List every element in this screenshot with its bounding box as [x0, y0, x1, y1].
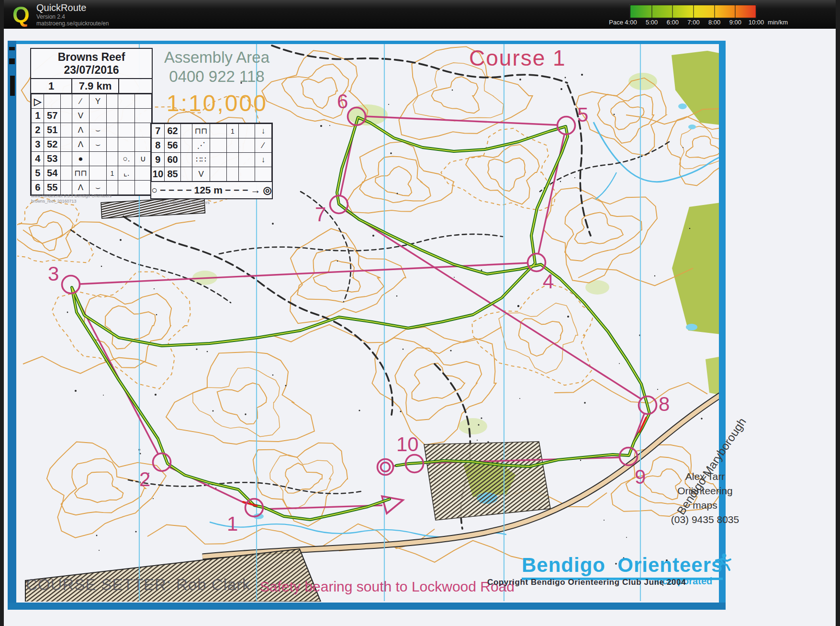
cd-cell: ⊓⊓: [72, 166, 90, 181]
boulder-dot: [99, 550, 100, 551]
boulder-dot: [320, 125, 322, 127]
cd-cell: [106, 109, 118, 123]
cd-cell: [106, 94, 118, 109]
map-canvas[interactable]: 12345678910 Course 1 Assembly Area 0400 …: [4, 29, 836, 626]
quickroute-logo-icon: Q: [12, 1, 30, 28]
boulder-dot: [481, 417, 482, 419]
cd-cell: 54: [44, 166, 60, 181]
cd-cell: 85: [164, 167, 180, 182]
boulder-dot: [654, 275, 655, 276]
boulder-dot: [519, 79, 521, 80]
cd-cell: [238, 124, 255, 138]
boulder-dot: [689, 228, 690, 229]
course-setter-text: COURSE SETTER: Rob Clark: [26, 576, 251, 594]
cd-cell: 57: [44, 109, 60, 123]
start-circle-glyph: ○: [151, 184, 157, 196]
copyright-text: Copyright Bendigo Orienteering Club June…: [487, 578, 686, 587]
boulder-dot: [683, 147, 683, 148]
pace-tick-label: 10:00: [749, 19, 764, 26]
cd-cell: 6: [32, 181, 44, 195]
cd-row: 1085V: [152, 167, 272, 182]
cd-cell: [210, 167, 226, 182]
cd-cell: 56: [164, 138, 180, 153]
control-number: 6: [337, 90, 348, 113]
cd-row: 960∷∷↓: [152, 153, 272, 167]
cd-cell: ⊓⊓: [192, 124, 210, 138]
cd-cell: ⌣: [90, 137, 107, 152]
cd-cell: [135, 181, 152, 195]
boulder-dot: [454, 277, 455, 278]
control-number: 3: [48, 262, 59, 285]
fine-print-line1: www.condes.net 9:3.3 Bendigo Orienteers: [31, 193, 112, 199]
pace-tick-label: 8:00: [708, 19, 720, 26]
cd-cell: [135, 123, 152, 137]
pace-gradient-bar: [630, 5, 756, 18]
control-descriptions-card: Browns Reef 23/07/2016 1 7.9 km ▷∕Y157V2…: [30, 48, 153, 196]
cd-cell: ∕: [72, 94, 90, 109]
boulder-dot: [478, 424, 480, 426]
app-title: QuickRoute: [36, 2, 87, 13]
cd-cell: ∷∷: [192, 153, 210, 167]
course-length: 7.9 km: [72, 79, 119, 93]
cd-cell: V: [72, 109, 90, 123]
pace-legend: Pace 4:005:006:007:008:009:0010:00 min/k…: [558, 4, 788, 27]
cd-cell: 55: [44, 181, 60, 195]
pace-tick-label: 4:00: [625, 19, 637, 26]
control-descriptions-card-2: 762⊓⊓1↓856⋰∕960∷∷↓1085V ○ − − − − 125 m …: [150, 123, 273, 199]
course-title: Course 1: [469, 45, 566, 71]
assembly-area-note: Assembly Area 0400 922 118: [159, 48, 274, 86]
boulder-dot: [560, 181, 561, 182]
cd-cell: [60, 181, 72, 195]
cd-cell: [210, 153, 226, 167]
cd-cell: 4: [32, 152, 44, 166]
boulder-dot: [196, 348, 197, 350]
safety-bearing-text: Safety bearing south to Lockwood Road: [260, 579, 515, 595]
cd-cell: 51: [44, 123, 60, 137]
cd-cell: [135, 94, 152, 109]
boulder-dot: [519, 398, 520, 399]
boulder-dot: [397, 193, 398, 194]
pace-tick: [672, 5, 673, 18]
cd-cell: [118, 109, 135, 123]
control-number: 2: [139, 468, 150, 490]
boulder-dot: [245, 413, 246, 415]
cd-row: 655Λ⌣: [32, 181, 152, 195]
boulder-dot: [153, 498, 154, 499]
pace-tick: [693, 5, 694, 18]
cd-row: 554⊓⊓1⌞.: [32, 166, 152, 181]
assembly-line2: 0400 922 118: [159, 67, 274, 86]
cd-cell: [118, 181, 135, 195]
cd-cell: ⌣: [90, 181, 107, 195]
cd-cell: 7: [152, 124, 165, 138]
control-number: 10: [396, 433, 419, 455]
control-number: 1: [227, 512, 238, 535]
boulder-dot: [560, 88, 562, 90]
dashes: − − − −: [160, 184, 192, 196]
cd-cell: Λ: [72, 123, 90, 137]
boulder-dot: [604, 520, 605, 521]
cd-cell: [255, 167, 272, 182]
cd-cell: ∪: [135, 152, 152, 166]
arrow-glyph: →: [250, 184, 260, 196]
finish-distance-row: ○ − − − − 125 m − − − → ◎: [151, 182, 272, 198]
cd-cell: Λ: [72, 181, 90, 195]
cd-row: 856⋰∕: [152, 138, 272, 153]
boulder-dot: [701, 418, 703, 420]
cd-cell: [135, 166, 152, 181]
cd-cell: [238, 138, 255, 153]
cd-cell: 52: [44, 137, 60, 152]
cd-cell: [118, 94, 135, 109]
cd-cell: ⌣: [90, 123, 107, 137]
cd-cell: [181, 167, 192, 182]
cd-cell: [238, 167, 255, 182]
control-table-1: ▷∕Y157V251Λ⌣352Λ⌣453●○.∪554⊓⊓1⌞.655Λ⌣: [31, 94, 152, 195]
cd-cell: 2: [32, 123, 44, 137]
cd-cell: 1: [32, 109, 44, 123]
cd-cell: [227, 138, 238, 153]
boulder-dot: [452, 90, 453, 91]
cd-cell: 5: [32, 166, 44, 181]
pace-tick-label: 6:00: [667, 19, 679, 26]
event-name: Browns Reef: [31, 51, 152, 64]
event-title: Browns Reef 23/07/2016: [31, 49, 152, 79]
pace-unit: min/km: [768, 19, 788, 26]
